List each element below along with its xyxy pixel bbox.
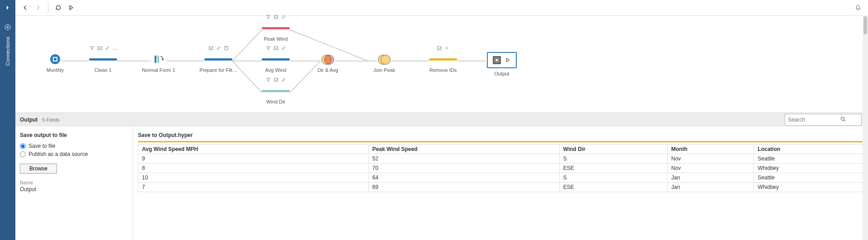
flow-node-output[interactable]: Output — [484, 52, 520, 76]
table-cell: Jan — [667, 183, 754, 192]
table-cell: Whidbey — [754, 164, 863, 173]
filter-icon — [266, 14, 271, 19]
search-icon — [840, 116, 846, 122]
refresh-icon — [55, 4, 62, 11]
flow-node-label: Normal Form 1 — [136, 67, 181, 73]
publish-radio[interactable] — [20, 151, 26, 157]
chevron-right-icon — [5, 5, 10, 10]
edit-icon — [105, 46, 110, 51]
datasource-icon — [50, 54, 61, 65]
join-full-icon — [378, 54, 391, 64]
flow-node-label: Clean 1 — [80, 67, 126, 73]
table-cell: 52 — [368, 154, 559, 164]
flow-node-dir[interactable]: Wind Dir — [253, 85, 298, 104]
flow-node-clean1[interactable]: … Clean 1 — [80, 54, 126, 73]
svg-rect-20 — [157, 56, 159, 63]
flow-node-diravg[interactable]: Dir & Avg — [305, 54, 350, 73]
run-output-icon[interactable] — [505, 57, 511, 63]
table-cell: Seattle — [754, 173, 863, 183]
save-to-file-radio[interactable] — [20, 143, 26, 149]
table-header: Wind Dir — [559, 145, 667, 154]
edit-icon — [281, 77, 286, 82]
vertical-scrollbar[interactable] — [863, 15, 868, 240]
play-icon — [67, 4, 75, 11]
flow-node-removeids[interactable]: Remove IDs — [420, 54, 466, 73]
edit-icon — [216, 46, 221, 51]
plus-circle-icon — [4, 24, 11, 31]
connections-sidebar: Connections — [0, 0, 15, 240]
table-row: 952SNovSeattle — [138, 154, 863, 164]
svg-line-31 — [844, 120, 845, 122]
table-cell: 64 — [368, 173, 559, 183]
table-row: 1064SJanSeattle — [138, 173, 863, 183]
save-to-file-option[interactable]: Save to file — [20, 143, 128, 149]
browse-button[interactable]: Browse — [20, 164, 57, 174]
panel-title: Output — [20, 117, 38, 123]
toolbar-divider — [48, 3, 48, 13]
rename-icon — [274, 77, 278, 82]
flow-node-normal[interactable]: Normal Form 1 — [136, 54, 181, 73]
flow-node-label: Remove IDs — [420, 67, 466, 73]
table-row: 870ESENovWhidbey — [138, 164, 863, 173]
flow-node-monthly[interactable]: Monthly — [33, 54, 78, 73]
edit-icon — [281, 14, 286, 19]
table-cell: 9 — [138, 154, 369, 164]
name-field-label: Name — [20, 180, 128, 185]
flow-node-label: Output — [484, 71, 520, 76]
flow-node-avg[interactable]: Avg Wind — [253, 54, 298, 73]
table-cell: S — [559, 154, 667, 164]
flow-node-label: Join Peak — [362, 67, 407, 73]
flow-node-label: Avg Wind — [253, 67, 298, 73]
bell-icon — [854, 4, 862, 11]
more-icon: … — [113, 46, 117, 51]
arrow-left-icon — [22, 4, 29, 11]
notifications-button[interactable] — [852, 1, 864, 14]
remove-icon — [444, 46, 449, 51]
sidebar-label: Connections — [5, 37, 10, 66]
bottom-panel-header: Output 5 Fields — [15, 113, 868, 127]
forward-button[interactable] — [32, 1, 44, 14]
rename-icon — [274, 46, 278, 51]
table-cell: ESE — [559, 164, 667, 173]
table-cell: Nov — [667, 154, 754, 164]
svg-rect-17 — [54, 58, 57, 61]
table-header: Location — [754, 145, 863, 154]
table-cell: Whidbey — [754, 183, 863, 192]
scrollbar-thumb[interactable] — [863, 16, 867, 34]
save-heading: Save output to file — [20, 132, 128, 138]
flow-node-peak[interactable]: Peak Wind — [253, 23, 298, 42]
data-extract-icon — [493, 56, 501, 64]
run-flow-button[interactable] — [65, 1, 77, 14]
table-row: 769ESEJanWhidbey — [138, 183, 863, 192]
search-input[interactable] — [785, 114, 862, 126]
flow-node-prepare[interactable]: Prepare for Filt… — [196, 54, 241, 73]
edit-icon — [281, 46, 286, 51]
sidebar-expand-button[interactable] — [0, 0, 15, 15]
rename-icon — [208, 46, 213, 51]
arrow-right-icon — [34, 4, 42, 11]
toolbar — [15, 0, 868, 16]
back-button[interactable] — [19, 1, 32, 14]
publish-option[interactable]: Publish as a data source — [20, 151, 128, 157]
table-cell: 7 — [138, 183, 369, 192]
pivot-icon — [153, 54, 164, 65]
save-output-pane: Save output to file Save to file Publish… — [15, 127, 133, 240]
flow-node-joinpeak[interactable]: Join Peak — [362, 54, 407, 73]
filter-icon — [266, 77, 271, 82]
filter-icon — [90, 46, 94, 51]
refresh-button[interactable] — [52, 1, 65, 14]
table-cell: 70 — [368, 164, 559, 173]
fields-count: 5 Fields — [42, 117, 60, 122]
table-header: Peak Wind Speed — [368, 145, 559, 154]
table-cell: 69 — [368, 183, 559, 192]
preview-accent — [138, 141, 863, 142]
flow-canvas[interactable]: Monthly … Clean 1 — [15, 16, 868, 113]
rename-icon — [437, 46, 442, 51]
publish-label: Publish as a data source — [28, 151, 88, 157]
table-cell: S — [559, 173, 667, 183]
add-connection-button[interactable] — [4, 24, 11, 32]
filter-icon — [266, 46, 271, 51]
svg-rect-29 — [496, 59, 498, 61]
flow-node-label: Prepare for Filt… — [196, 67, 241, 73]
svg-rect-22 — [225, 46, 228, 50]
